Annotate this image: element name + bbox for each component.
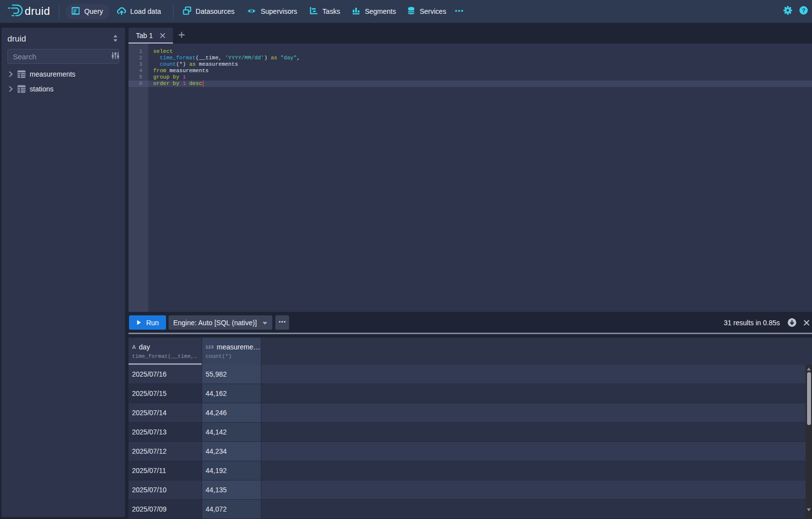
column-expression: count(*) [206, 353, 261, 359]
nav-item-label: Services [420, 7, 446, 15]
table-icon [17, 85, 30, 93]
top-navbar: druid Query Load data [0, 0, 812, 23]
column-expression: time_format(__time,… [132, 353, 202, 359]
column-header-measurements[interactable]: 123 measureme… count(*) [202, 338, 261, 365]
database-icon [407, 6, 415, 16]
table-row: 2025/07/0944,072 [128, 500, 812, 519]
results-table: A day time_format(__time,… 123 measureme… [128, 338, 812, 519]
chevron-right-icon[interactable] [7, 86, 17, 92]
settings-button[interactable] [783, 6, 793, 16]
nav-item-supervisors[interactable]: Supervisors [242, 4, 302, 19]
cell-measurements[interactable]: 44,234 [202, 442, 261, 461]
tab-close-icon[interactable] [160, 33, 166, 39]
druid-logo-text: druid [25, 5, 50, 18]
number-type-icon: 123 [206, 345, 214, 349]
close-icon [803, 319, 810, 326]
column-header-day[interactable]: A day time_format(__time,… [128, 338, 202, 365]
druid-logo[interactable]: druid [6, 2, 50, 21]
sql-code: select time_format(__time, 'YYYY/MM/dd')… [153, 48, 300, 87]
engine-select-button[interactable]: Engine: Auto [SQL (native)] [169, 315, 272, 330]
line-number: 5 [128, 74, 142, 81]
druid-logo-icon [6, 2, 23, 21]
cell-measurements[interactable]: 44,162 [202, 384, 261, 403]
sql-editor[interactable]: 123456 select time_format(__time, 'YYYY/… [128, 43, 812, 312]
code-line: count(*) as measurements [153, 61, 300, 68]
download-button[interactable] [786, 317, 797, 328]
cell-measurements[interactable]: 44,135 [202, 480, 261, 499]
nav-item-query[interactable]: Query [65, 4, 109, 19]
cell-measurements[interactable]: 44,246 [202, 403, 261, 422]
nav-item-load-data[interactable]: Load data [112, 4, 166, 19]
line-number: 6 [128, 81, 142, 87]
cell-day[interactable]: 2025/07/14 [128, 403, 202, 422]
nav-more-button[interactable] [451, 4, 468, 19]
scroll-down-icon[interactable] [806, 507, 812, 513]
close-results-button[interactable] [801, 317, 812, 328]
line-number: 2 [128, 55, 142, 61]
line-number: 1 [128, 48, 142, 55]
nav-item-services[interactable]: Services [402, 4, 451, 19]
cell-day[interactable]: 2025/07/11 [128, 461, 202, 480]
results-body: 2025/07/1655,9822025/07/1544,1622025/07/… [128, 365, 812, 519]
tree-item-stations[interactable]: stations [7, 82, 119, 96]
navbar-divider [59, 5, 59, 18]
code-line: group by 1 [153, 74, 300, 81]
header-filler [261, 338, 812, 365]
line-number: 3 [128, 61, 142, 68]
nav-item-tasks[interactable]: Tasks [304, 4, 345, 19]
query-more-button[interactable] [275, 315, 289, 330]
results-scrollbar[interactable] [806, 365, 812, 518]
runbar-right: 31 results in 0.85s [724, 315, 812, 330]
cell-measurements[interactable]: 44,072 [202, 500, 261, 519]
line-number: 4 [128, 68, 142, 74]
help-button[interactable]: ? [799, 6, 809, 16]
double-caret-vertical-icon[interactable] [112, 34, 119, 44]
run-button-label: Run [146, 319, 159, 327]
cell-day[interactable]: 2025/07/13 [128, 423, 202, 441]
cell-day[interactable]: 2025/07/12 [128, 442, 202, 461]
table-row: 2025/07/1044,135 [128, 480, 812, 500]
scroll-up-icon[interactable] [806, 366, 812, 372]
table-row: 2025/07/1144,192 [128, 461, 812, 480]
panel-splitter[interactable] [128, 333, 812, 334]
column-name: day [139, 343, 150, 351]
cell-day[interactable]: 2025/07/16 [128, 365, 202, 384]
query-icon [72, 7, 80, 16]
query-tab[interactable]: Tab 1 [128, 28, 173, 43]
play-icon [136, 319, 141, 327]
cell-measurements[interactable]: 55,982 [202, 365, 261, 384]
nav-item-segments[interactable]: Segments [347, 4, 401, 19]
gear-icon [783, 6, 792, 17]
code-line: select [153, 48, 300, 55]
cloud-upload-icon [117, 6, 126, 17]
cell-measurements[interactable]: 44,142 [202, 423, 261, 441]
engine-label: Engine: Auto [SQL (native)] [173, 319, 256, 327]
scrollbar-thumb[interactable] [807, 372, 811, 425]
caret-down-icon [262, 319, 268, 327]
nav-item-label: Tasks [322, 7, 340, 15]
eye-icon [247, 6, 256, 17]
code-line: time_format(__time, 'YYYY/MM/dd') as "da… [153, 55, 300, 61]
run-button[interactable]: Run [129, 315, 166, 330]
table-row: 2025/07/1444,246 [128, 403, 812, 423]
cell-day[interactable]: 2025/07/09 [128, 500, 202, 519]
nav-item-label: Segments [365, 7, 396, 15]
filter-sliders-icon[interactable] [111, 51, 120, 62]
nav-item-label: Query [84, 7, 103, 15]
datasources-icon [183, 6, 191, 16]
code-line: order by 1 desc [153, 81, 300, 87]
search-input[interactable] [13, 52, 111, 61]
cell-day[interactable]: 2025/07/15 [128, 384, 202, 403]
navbar-divider [173, 5, 173, 18]
column-title-row: 123 measureme… [206, 342, 261, 352]
editor-gutter: 123456 [128, 43, 148, 312]
cell-day[interactable]: 2025/07/10 [128, 480, 202, 499]
new-tab-button[interactable] [176, 30, 187, 41]
table-row: 2025/07/1655,982 [128, 365, 812, 384]
more-icon [278, 318, 286, 327]
chevron-right-icon[interactable] [7, 71, 17, 78]
cell-measurements[interactable]: 44,192 [202, 461, 261, 480]
tree-item-measurements[interactable]: measurements [7, 67, 119, 82]
nav-item-datasources[interactable]: Datasources [178, 4, 240, 19]
string-type-icon: A [132, 344, 136, 350]
